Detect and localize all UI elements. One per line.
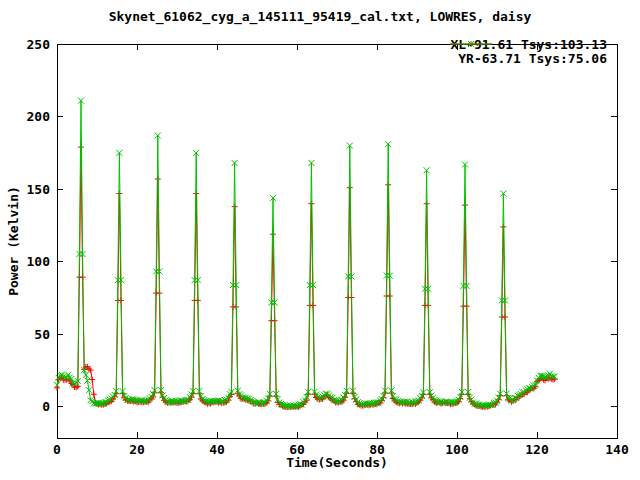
x-tick-label: 0 <box>37 443 77 456</box>
legend-entry: YR-63.71 Tsys:75.06 <box>450 52 607 66</box>
x-tick-label: 140 <box>597 443 637 456</box>
y-axis-label-text: Power (Kelvin) <box>6 186 21 296</box>
series-xl-markers <box>54 144 558 410</box>
legend-sample-cross-icon <box>450 38 492 50</box>
x-tick-label: 100 <box>437 443 477 456</box>
x-tick-label: 60 <box>277 443 317 456</box>
x-axis-label: Time(Seconds) <box>187 455 487 470</box>
plot-area <box>0 0 640 480</box>
legend-label: YR-63.71 Tsys:75.06 <box>458 52 607 66</box>
x-tick-label: 40 <box>197 443 237 456</box>
y-tick-label: 0 <box>8 400 50 413</box>
x-tick-label: 20 <box>117 443 157 456</box>
y-tick-label: 200 <box>8 110 50 123</box>
axis-ticks <box>57 44 617 438</box>
series-xl-line <box>57 147 555 407</box>
y-tick-label: 250 <box>8 38 50 51</box>
plot-border <box>57 44 617 438</box>
x-tick-label: 120 <box>517 443 557 456</box>
chart-title: Skynet_61062_cyg_a_145111_95419_cal.txt,… <box>0 9 640 24</box>
y-tick-label: 50 <box>8 328 50 341</box>
y-tick-label: 150 <box>8 183 50 196</box>
y-tick-label: 100 <box>8 255 50 268</box>
gnuplot-chart-window: Skynet_61062_cyg_a_145111_95419_cal.txt,… <box>0 0 640 480</box>
x-tick-label: 80 <box>357 443 397 456</box>
series-yr-markers <box>54 98 558 410</box>
series-yr-line <box>57 101 555 407</box>
legend: XL-91.61 Tsys:103.13YR-63.71 Tsys:75.06 <box>450 38 607 66</box>
legend-sample-line <box>450 41 492 47</box>
